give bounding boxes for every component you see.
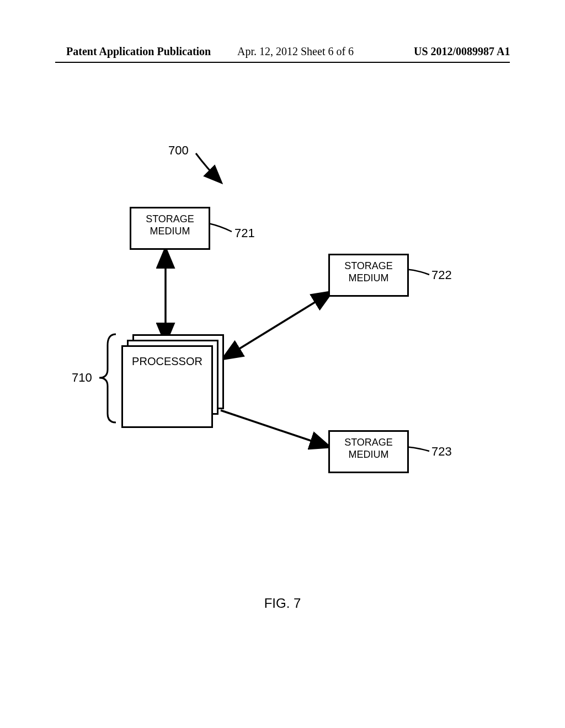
storage-medium-723: STORAGEMEDIUM [328,430,409,473]
ref-710-label: 710 [72,371,92,385]
processor-box-front: PROCESSOR [121,345,213,428]
ref-700-label: 700 [168,143,189,158]
header-left: Patent Application Publication [66,45,211,58]
page: Patent Application Publication Apr. 12, … [0,0,565,728]
storage-722-text: STORAGEMEDIUM [344,260,393,283]
svg-line-3 [223,292,331,358]
header-mid: Apr. 12, 2012 Sheet 6 of 6 [237,45,354,58]
ref-722-label: 722 [431,268,452,282]
svg-line-4 [221,410,329,447]
storage-medium-722: STORAGEMEDIUM [328,254,409,297]
page-header: Patent Application Publication Apr. 12, … [0,45,565,62]
storage-721-text: STORAGEMEDIUM [146,213,194,237]
diagram-svg [55,138,510,524]
storage-medium-721: STORAGEMEDIUM [130,207,210,250]
storage-723-text: STORAGEMEDIUM [344,437,393,460]
ref-721-label: 721 [234,226,255,240]
figure-label: FIG. 7 [0,596,565,611]
processor-text: PROCESSOR [132,355,202,367]
ref-723-label: 723 [431,445,452,459]
header-rule [55,62,510,63]
figure-diagram: 700 STORAGEMEDIUM 721 STORAGEMEDIUM 722 … [55,138,510,524]
header-right: US 2012/0089987 A1 [414,45,510,58]
